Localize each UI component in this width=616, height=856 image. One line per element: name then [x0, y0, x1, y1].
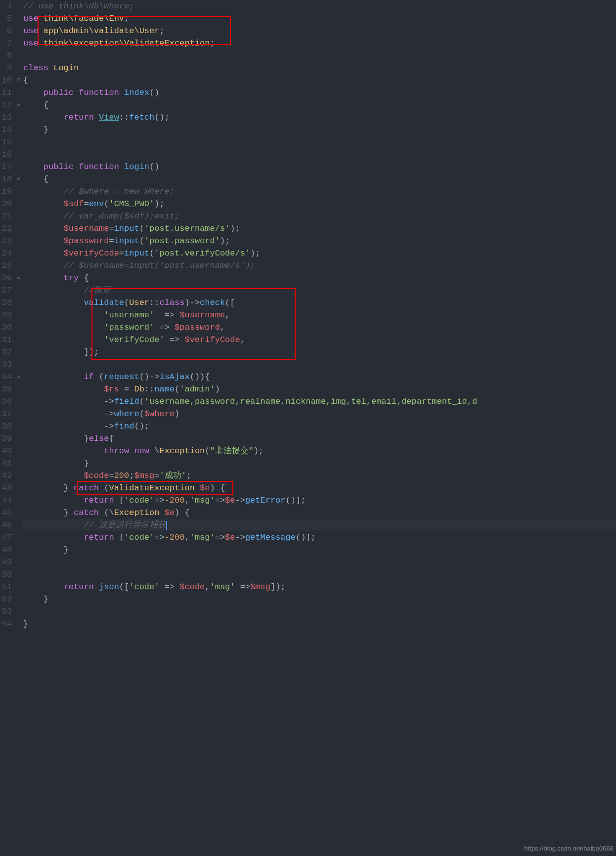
code-line[interactable]: } catch (ValidateException $e) { [23, 482, 616, 494]
token-fn: getError [245, 496, 286, 505]
line-number: 40 [0, 445, 12, 457]
code-line[interactable]: } [23, 124, 616, 136]
code-line[interactable]: return json(['code' => $code,'msg' =>$ms… [23, 581, 616, 593]
code-editor[interactable]: 4567891011121314151617181920212223242526… [0, 0, 616, 856]
code-line[interactable]: { [23, 173, 616, 185]
token-kw: catch [74, 508, 99, 517]
token-ns: think\exception\ValidateException [44, 39, 210, 48]
fold-marker[interactable]: ⊟ [15, 272, 22, 284]
code-line[interactable]: }else{ [23, 432, 616, 445]
code-line[interactable]: class Login [23, 62, 616, 74]
token-pn: = [154, 471, 159, 480]
fold-marker [15, 408, 22, 420]
code-line[interactable]: $sdf=env('CMS_PWD'); [23, 198, 616, 210]
token-pn: -> [235, 533, 245, 542]
code-line[interactable]: $rs = Db::name('admin') [23, 383, 616, 395]
code-line[interactable]: // var_dump($sdf);exit; [23, 210, 616, 222]
token-var: $e [225, 496, 235, 505]
token-pn: , [184, 533, 189, 542]
code-line[interactable] [23, 358, 616, 371]
code-line[interactable]: } [23, 618, 616, 630]
code-area[interactable]: // use think\db\Where;use think\facade\E… [22, 0, 616, 856]
line-number: 39 [0, 432, 12, 445]
code-line[interactable]: use think\exception\ValidateException; [23, 37, 616, 49]
line-number: 34 [0, 371, 12, 383]
code-line[interactable]: { [23, 74, 616, 86]
token-cls: Exception [159, 446, 205, 456]
token-pn [23, 224, 64, 233]
token-ns: app\admin\validate\User [44, 26, 160, 36]
token-pn: -> [235, 496, 245, 505]
code-line[interactable]: use think\facade\Env; [23, 12, 616, 25]
code-line[interactable]: } catch (\Exception $e) { [23, 507, 616, 519]
code-line[interactable] [23, 136, 616, 148]
code-line[interactable] [23, 556, 616, 568]
fold-marker [15, 618, 22, 630]
code-line[interactable]: return ['code'=>-200,'msg'=>$e->getMessa… [23, 531, 616, 544]
fold-marker [15, 25, 22, 37]
code-line[interactable]: validate(User::class)->check([ [23, 297, 616, 309]
fold-marker [15, 0, 22, 12]
code-line[interactable]: 'username' => $username, [23, 309, 616, 321]
code-line[interactable] [23, 605, 616, 618]
code-line[interactable] [23, 49, 616, 62]
code-line[interactable] [23, 568, 616, 581]
code-line[interactable]: ->find(); [23, 420, 616, 432]
line-number: 19 [0, 185, 12, 198]
code-line[interactable]: // $username=input('post.username/s'); [23, 259, 616, 272]
code-line[interactable]: if (request()->isAjax()){ [23, 371, 616, 383]
code-line[interactable]: return ['code'=>-200,'msg'=>$e->getError… [23, 494, 616, 507]
token-pn: = [119, 385, 134, 394]
token-pn: = [119, 249, 124, 258]
code-line[interactable]: $username=input('post.username/s'); [23, 222, 616, 235]
token-pn: = [84, 199, 88, 209]
code-line[interactable]: // $where = new Where; [23, 185, 616, 198]
code-line[interactable]: ]); [23, 346, 616, 358]
code-line[interactable]: public function login() [23, 161, 616, 173]
token-pn: { [23, 100, 48, 110]
code-line[interactable]: // 这是进行异常捕获 [23, 519, 616, 531]
token-pn: => [165, 335, 185, 344]
code-line[interactable]: } [23, 544, 616, 556]
line-number: 31 [0, 334, 12, 346]
code-line[interactable]: 'password' => $password, [23, 321, 616, 334]
line-number: 18 [0, 173, 12, 185]
line-number: 43 [0, 482, 12, 494]
code-line[interactable]: try { [23, 272, 616, 284]
token-pn: } [23, 459, 89, 468]
code-line[interactable] [23, 148, 616, 161]
token-var: $e [200, 483, 210, 493]
code-line[interactable]: ->field('username,password,realname,nick… [23, 395, 616, 408]
token-pn [23, 261, 64, 270]
code-line[interactable]: throw new \Exception("非法提交"); [23, 445, 616, 457]
code-line[interactable]: 'verifyCode' => $verifyCode, [23, 334, 616, 346]
line-number: 30 [0, 321, 12, 334]
token-pn: ); [154, 199, 164, 209]
code-line[interactable]: //验证 [23, 284, 616, 297]
fold-marker[interactable]: ⊟ [15, 173, 22, 185]
token-pn: ( [149, 249, 154, 258]
fold-marker[interactable]: ⊟ [15, 74, 22, 86]
token-lnk: View [99, 113, 119, 122]
line-number: 41 [0, 457, 12, 470]
fold-marker[interactable]: ⊟ [15, 99, 22, 111]
code-line[interactable]: } [23, 593, 616, 605]
code-line[interactable]: } [23, 457, 616, 470]
code-line[interactable]: $verifyCode=input('post.verifyCode/s'); [23, 247, 616, 259]
token-pn: (); [154, 113, 170, 122]
token-num: -200 [165, 533, 185, 542]
token-cls: Db [134, 385, 144, 394]
code-line[interactable]: // use think\db\Where; [23, 0, 616, 12]
token-str: 'password' [104, 323, 154, 332]
code-line[interactable]: { [23, 99, 616, 111]
code-line[interactable]: use app\admin\validate\User; [23, 25, 616, 37]
code-line[interactable]: ->where($where) [23, 408, 616, 420]
fold-marker [15, 383, 22, 395]
code-line[interactable]: public function index() [23, 86, 616, 99]
code-line[interactable]: $code=200;$msg='成功'; [23, 470, 616, 482]
token-var: $sdf [64, 199, 84, 209]
code-line[interactable]: return View::fetch(); [23, 111, 616, 124]
fold-marker[interactable]: ⊟ [15, 371, 22, 383]
token-pn: ()){ [190, 372, 210, 382]
code-line[interactable]: $password=input('post.password'); [23, 235, 616, 247]
